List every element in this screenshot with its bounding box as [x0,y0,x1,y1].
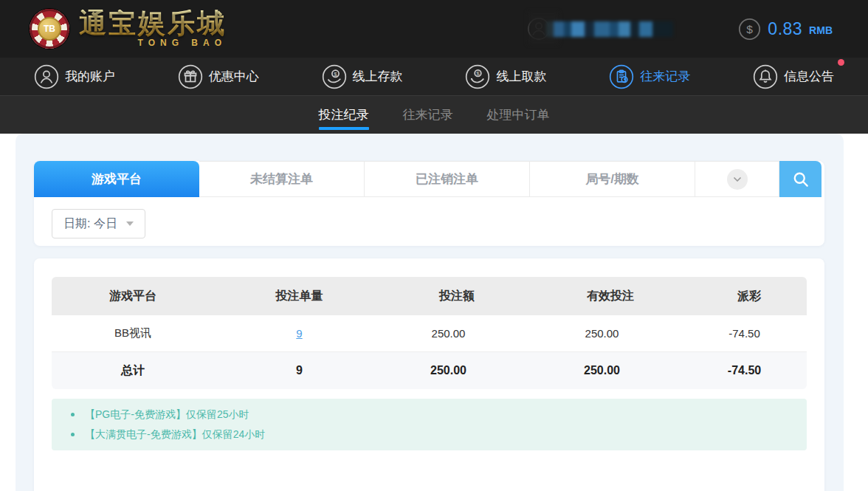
col-bet-amount: 投注额 [385,277,529,315]
note-text: 【PG电子-免费游戏】仅保留25小时 [85,405,249,425]
site-logo[interactable]: TB 通宝娱乐城 TONG BAO [30,9,227,49]
nav-label: 往来记录 [640,68,690,85]
svg-text:$: $ [747,22,754,35]
main-nav: 我的账户 优惠中心 $ 线上存款 $ 线上取款 [0,58,868,96]
brand-text: 通宝娱乐城 TONG BAO [79,10,227,48]
page-content: 游戏平台 未结算注单 已注销注单 局号/期数 [0,134,868,491]
sub-nav: 投注纪录 往来记录 处理中订单 [0,96,868,134]
nav-item-my-account[interactable]: 我的账户 [34,64,115,89]
filter-tab-cancelled-bets[interactable]: 已注销注单 [365,161,530,197]
filter-tab-round-number[interactable]: 局号/期数 [530,161,695,197]
filter-tab-bar: 游戏平台 未结算注单 已注销注单 局号/期数 [34,161,824,197]
svg-text:$: $ [477,69,480,76]
retention-notes: 【PG电子-免费游戏】仅保留25小时 【大满贯电子-免费游戏】仅保留24小时 [52,399,807,450]
search-button[interactable] [779,161,822,197]
cell-platform: BB视讯 [52,315,214,352]
svg-text:$: $ [334,70,337,77]
subnav-tab-processing-orders[interactable]: 处理中订单 [487,96,550,134]
subnav-label: 往来记录 [403,106,453,123]
top-bar: TB 通宝娱乐城 TONG BAO $ 0.83 RMB [0,0,868,58]
nav-label: 信息公告 [784,68,834,85]
nav-label: 优惠中心 [209,68,259,85]
subnav-label: 投注纪录 [319,106,369,123]
nav-label: 线上取款 [496,68,546,85]
table-row: BB视讯 9 250.00 250.00 -74.50 [52,315,807,352]
chip-monogram: TB [38,17,61,41]
filter-tab-unsettled-bets[interactable]: 未结算注单 [199,161,365,197]
brand-name-en: TONG BAO [138,38,227,48]
announcement-bell-icon [753,64,778,89]
balance-amount: 0.83 [768,19,802,39]
cell-bet-count: 9 [214,315,385,352]
col-bet-count: 投注单量 [214,277,385,315]
cell-payout: -74.50 [692,315,807,352]
notification-dot [838,59,844,66]
filter-expand-button[interactable] [695,161,779,197]
nav-item-announcements[interactable]: 信息公告 [753,64,834,89]
filter-card-body: 日期: 今日 [34,197,824,246]
cell-valid-bet: 250.00 [529,315,692,352]
results-card: 游戏平台 投注单量 投注额 有效投注 派彩 BB视讯 9 250.00 [34,258,824,491]
balance-currency: RMB [809,24,833,36]
filter-card: 游戏平台 未结算注单 已注销注单 局号/期数 [34,161,824,246]
poker-chip-logo-icon: TB [30,9,69,49]
online-withdraw-icon: $ [465,64,490,89]
nav-item-promotions[interactable]: 优惠中心 [178,64,259,89]
bet-count-link[interactable]: 9 [296,327,302,340]
dollar-coin-icon: $ [738,18,761,41]
cell-bet-amount: 250.00 [385,315,529,352]
blurred-username [546,21,673,37]
bullet-icon [71,433,75,436]
table-header-row: 游戏平台 投注单量 投注额 有效投注 派彩 [52,277,807,315]
caret-down-icon [126,222,134,226]
nav-item-withdraw[interactable]: $ 线上取款 [465,64,546,89]
subnav-tab-bet-records[interactable]: 投注纪录 [319,96,369,134]
total-bet-count: 9 [214,352,385,389]
table-total-row: 总计 9 250.00 250.00 -74.50 [52,352,807,389]
nav-label: 线上存款 [353,68,403,85]
col-payout: 派彩 [692,277,807,315]
nav-label: 我的账户 [65,68,115,85]
transaction-records-icon [609,64,634,89]
filter-tab-label: 已注销注单 [416,171,478,188]
user-account-icon [34,64,59,89]
filter-tab-label: 局号/期数 [585,171,639,188]
nav-item-deposit[interactable]: $ 线上存款 [322,64,403,89]
filter-tab-label: 游戏平台 [92,171,142,188]
brand-name-cn: 通宝娱乐城 [79,10,227,37]
total-valid-bet: 250.00 [529,352,692,389]
bets-summary-table: 游戏平台 投注单量 投注额 有效投注 派彩 BB视讯 9 250.00 [52,277,807,389]
user-area: $ 0.83 RMB [527,17,833,41]
date-filter-dropdown[interactable]: 日期: 今日 [52,209,145,238]
user-profile[interactable] [527,17,673,41]
content-container: 游戏平台 未结算注单 已注销注单 局号/期数 [16,134,844,491]
bullet-icon [71,413,75,416]
date-filter-label: 日期: 今日 [63,216,117,232]
filter-tab-game-platform[interactable]: 游戏平台 [34,161,199,197]
col-valid-bet: 有效投注 [529,277,692,315]
note-item: 【大满贯电子-免费游戏】仅保留24小时 [52,425,807,444]
nav-item-records[interactable]: 往来记录 [609,64,690,89]
filter-tab-label: 未结算注单 [250,171,313,188]
balance-display: $ 0.83 RMB [738,18,833,41]
col-game-platform: 游戏平台 [52,277,214,315]
note-text: 【大满贯电子-免费游戏】仅保留24小时 [85,425,265,444]
total-label: 总计 [52,352,214,389]
online-deposit-icon: $ [322,64,347,89]
total-bet-amount: 250.00 [385,352,529,389]
total-payout: -74.50 [692,352,807,389]
search-icon [791,170,810,189]
subnav-tab-transaction-records[interactable]: 往来记录 [403,96,453,134]
chevron-down-icon [727,169,748,190]
note-item: 【PG电子-免费游戏】仅保留25小时 [52,405,807,425]
promotions-gift-icon [178,64,203,89]
subnav-label: 处理中订单 [487,106,550,123]
